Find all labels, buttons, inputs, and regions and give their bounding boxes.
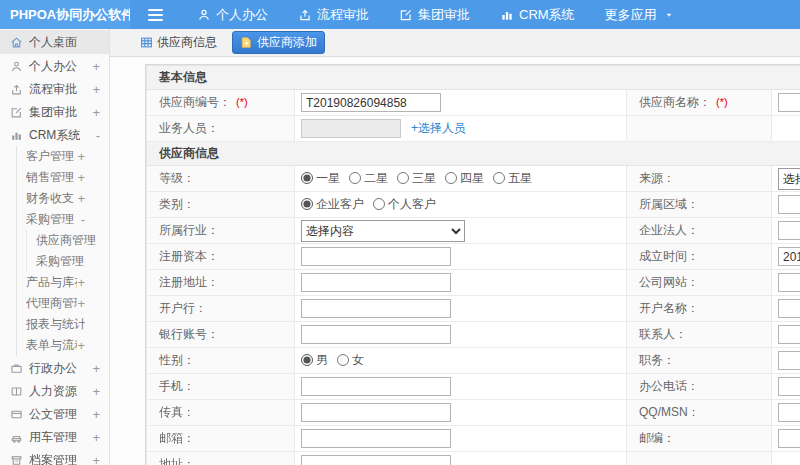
nav-item-personal-office[interactable]: 个人办公 <box>197 6 268 24</box>
gender-radio-option[interactable]: 女 <box>337 352 364 369</box>
qq-msn-input[interactable] <box>778 403 800 422</box>
category-radio-option[interactable]: 企业客户 <box>301 196 364 213</box>
tab-supplier-info[interactable]: 供应商信息 <box>132 31 225 54</box>
nav-item-group-approval[interactable]: 集团审批 <box>399 6 470 24</box>
sidebar-item-product-inventory[interactable]: 产品与库存+ <box>0 272 109 293</box>
mobile-input[interactable] <box>301 377 451 396</box>
form-row: 等级：一星二星三星四星五星来源：选择内容 <box>147 166 800 192</box>
contact-person-input[interactable] <box>778 325 800 344</box>
nav-item-crm-system[interactable]: CRM系统 <box>500 6 575 24</box>
expander-minus-icon[interactable]: - <box>81 213 85 226</box>
expander-plus-icon[interactable]: + <box>77 276 85 289</box>
level-radio-option[interactable]: 四星 <box>445 170 484 187</box>
level-radio-option[interactable]: 二星 <box>349 170 388 187</box>
zipcode-input[interactable] <box>778 429 800 448</box>
fax-input[interactable] <box>301 403 451 422</box>
supplier-form-panel: 基本信息供应商编号：(*)供应商名称：(*)业务人员：+选择人员供应商信息等级：… <box>145 64 800 465</box>
office-phone-input[interactable] <box>778 377 800 396</box>
category-radio: 企业客户个人客户 <box>301 199 445 213</box>
menu-toggle-icon[interactable] <box>148 9 163 21</box>
section-header: 供应商信息 <box>147 142 800 166</box>
expander-plus-icon[interactable]: + <box>77 339 85 352</box>
sidebar-item-sales-mgmt[interactable]: 销售管理+ <box>0 167 109 188</box>
bank-branch-input[interactable] <box>301 299 451 318</box>
industry-select[interactable]: 选择内容 <box>301 220 465 242</box>
supplier-code-input[interactable] <box>301 93 441 112</box>
form-row: 注册地址：公司网站： <box>147 270 800 296</box>
level-radio-option[interactable]: 五星 <box>493 170 532 187</box>
sidebar-item-supplier-mgmt[interactable]: 供应商管理 <box>0 230 109 251</box>
expander-plus-icon[interactable]: + <box>92 385 100 398</box>
main-content: 供应商信息供应商添加 基本信息供应商编号：(*)供应商名称：(*)业务人员：+选… <box>110 29 800 465</box>
address-input[interactable] <box>301 455 451 465</box>
field-label: 开户行： <box>159 301 207 315</box>
expander-plus-icon[interactable]: + <box>92 362 100 375</box>
form-row: 地址： <box>147 452 800 465</box>
expander-plus-icon[interactable]: + <box>77 192 85 205</box>
sidebar-item-purchase-mgmt[interactable]: 采购管理- <box>0 209 109 230</box>
form-row: 手机：办公电话： <box>147 374 800 400</box>
user-icon <box>197 8 211 22</box>
level-radio-option[interactable]: 一星 <box>301 170 340 187</box>
expander-plus-icon[interactable]: + <box>77 150 85 163</box>
expander-plus-icon[interactable]: + <box>92 60 100 73</box>
sidebar-item-personal-desktop[interactable]: 个人桌面 <box>0 30 109 54</box>
sidebar-item-form-flow-settings[interactable]: 表单与流程设置+ <box>0 335 109 356</box>
sidebar-item-vehicle-mgmt[interactable]: 用车管理+ <box>0 427 109 448</box>
archive-icon <box>10 454 23 465</box>
expander-plus-icon[interactable]: + <box>92 83 100 96</box>
choose-person-link[interactable]: +选择人员 <box>411 121 466 135</box>
sidebar-item-crm-system[interactable]: CRM系统- <box>0 125 109 146</box>
field-label: QQ/MSN： <box>639 405 700 419</box>
level-radio-option[interactable]: 三星 <box>397 170 436 187</box>
job-title-input[interactable] <box>778 351 800 370</box>
account-name-input[interactable] <box>778 299 800 318</box>
form-row: 类别：企业客户个人客户所属区域： <box>147 192 800 218</box>
expander-plus-icon[interactable]: + <box>92 408 100 421</box>
sidebar-item-archive-mgmt[interactable]: 档案管理+ <box>0 450 109 465</box>
legal-person-input[interactable] <box>778 221 800 240</box>
business-person-input[interactable] <box>301 119 401 138</box>
company-website-input[interactable] <box>778 273 800 292</box>
sidebar-item-group-approval[interactable]: 集团审批+ <box>0 102 109 123</box>
expander-plus-icon[interactable]: + <box>77 297 85 310</box>
sidebar-item-finance-io[interactable]: 财务收支+ <box>0 188 109 209</box>
source-select[interactable]: 选择内容 <box>778 168 800 190</box>
supplier-name-input[interactable] <box>778 93 800 112</box>
expander-plus-icon[interactable]: + <box>92 431 100 444</box>
tab-supplier-add[interactable]: 供应商添加 <box>232 31 325 54</box>
field-label: 开户名称： <box>639 301 699 315</box>
sidebar-item-reports-stats[interactable]: 报表与统计 <box>0 314 109 335</box>
gender-radio: 男女 <box>301 355 373 369</box>
sidebar-item-customer-mgmt[interactable]: 客户管理+ <box>0 146 109 167</box>
sidebar-item-workflow-approval[interactable]: 流程审批+ <box>0 79 109 100</box>
sidebar-item-human-resources[interactable]: 人力资源+ <box>0 381 109 402</box>
field-label: 联系人： <box>639 327 687 341</box>
workflow-icon <box>10 83 23 96</box>
field-label: 注册地址： <box>159 275 219 289</box>
sidebar-item-agent-mgmt[interactable]: 代理商管理+ <box>0 293 109 314</box>
field-label: 地址： <box>159 457 195 465</box>
expander-plus-icon[interactable]: + <box>77 171 85 184</box>
home-icon <box>10 36 23 49</box>
nav-item-more-apps[interactable]: 更多应用 <box>605 6 674 24</box>
sidebar-item-purchasing[interactable]: 采购管理 <box>0 251 109 272</box>
app-logo: PHPOA协同办公软件 <box>0 0 130 29</box>
category-radio-option[interactable]: 个人客户 <box>373 196 436 213</box>
registered-address-input[interactable] <box>301 273 451 292</box>
founding-date-input[interactable] <box>778 247 800 266</box>
region-input[interactable] <box>778 195 800 214</box>
nav-item-workflow-approval[interactable]: 流程审批 <box>298 6 369 24</box>
expander-plus-icon[interactable]: + <box>92 454 100 465</box>
email-input[interactable] <box>301 429 451 448</box>
bank-account-input[interactable] <box>301 325 451 344</box>
field-label: 所属行业： <box>159 223 219 237</box>
registered-capital-input[interactable] <box>301 247 451 266</box>
expander-minus-icon[interactable]: - <box>96 129 100 142</box>
sidebar-item-document-mgmt[interactable]: 公文管理+ <box>0 404 109 425</box>
sidebar-item-admin-office[interactable]: 行政办公+ <box>0 358 109 379</box>
expander-plus-icon[interactable]: + <box>92 106 100 119</box>
gender-radio-option[interactable]: 男 <box>301 352 328 369</box>
field-label: 所属区域： <box>639 197 699 211</box>
sidebar-item-personal-office[interactable]: 个人办公+ <box>0 56 109 77</box>
